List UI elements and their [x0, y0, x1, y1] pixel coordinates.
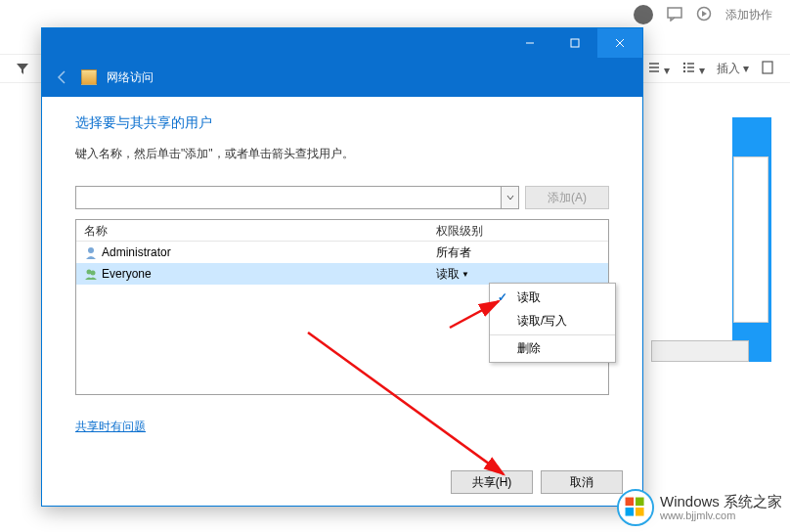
chevron-down-icon: ▼ [461, 270, 469, 279]
menu-item-read-write[interactable]: 读取/写入 [490, 309, 615, 332]
maximize-button[interactable] [552, 28, 597, 58]
filter-icon[interactable] [16, 62, 29, 75]
row-permission: 所有者 [436, 244, 471, 261]
watermark: Windows 系统之家 www.bjjmlv.com [617, 489, 782, 526]
user-icon [84, 245, 98, 259]
svg-rect-0 [668, 8, 681, 18]
network-access-dialog: 网络访问 选择要与其共享的用户 键入名称，然后单击"添加"，或者单击箭头查找用户… [41, 27, 643, 507]
menu-item-label: 删除 [517, 340, 541, 357]
svg-point-7 [88, 247, 94, 253]
svg-point-2 [683, 62, 685, 64]
window-controls [507, 28, 642, 58]
dialog-title: 网络访问 [107, 69, 154, 86]
menu-item-delete[interactable]: 删除 [490, 334, 615, 360]
svg-point-9 [91, 271, 96, 276]
menu-item-read[interactable]: ✓ 读取 [490, 286, 615, 309]
user-input-row: 添加(A) [75, 186, 609, 209]
group-icon [84, 267, 98, 281]
permission-context-menu: ✓ 读取 读取/写入 删除 [489, 283, 616, 363]
list-row[interactable]: Everyone 读取 ▼ [76, 263, 608, 285]
windows-logo-icon [617, 489, 654, 526]
dialog-footer: 共享(H) 取消 [42, 459, 642, 506]
list-icon[interactable]: ▾ [681, 61, 704, 77]
svg-rect-13 [626, 508, 635, 516]
add-button: 添加(A) [525, 186, 609, 209]
menu-item-label: 读取 [517, 289, 541, 306]
background-panel-inner [733, 156, 768, 323]
page-heading: 选择要与其共享的用户 [75, 114, 609, 132]
help-link[interactable]: 共享时有问题 [75, 419, 146, 435]
row-name: Everyone [102, 267, 152, 281]
folder-user-icon [81, 69, 97, 85]
background-top-toolbar: 添加协作 [0, 0, 790, 29]
user-combobox[interactable] [75, 186, 519, 209]
close-button[interactable] [597, 28, 642, 58]
background-button [651, 340, 749, 362]
add-collab-label[interactable]: 添加协作 [725, 7, 772, 23]
svg-rect-5 [763, 62, 772, 73]
svg-point-3 [683, 66, 685, 67]
insert-menu[interactable]: 插入 ▾ [717, 61, 749, 77]
chat-icon [667, 6, 682, 24]
back-arrow-icon[interactable] [54, 68, 71, 86]
user-input[interactable] [76, 187, 501, 208]
svg-rect-14 [636, 508, 644, 516]
row-name: Administrator [102, 245, 171, 259]
cancel-button[interactable]: 取消 [541, 470, 623, 494]
permission-dropdown[interactable]: 读取 ▼ [436, 266, 469, 283]
svg-rect-6 [571, 39, 579, 47]
titlebar [42, 28, 642, 58]
user-list: 名称 权限级别 Administrator 所有者 Everyone 读取 [75, 219, 609, 395]
row-permission: 读取 [436, 266, 460, 283]
doc-icon[interactable] [761, 61, 774, 77]
list-header: 名称 权限级别 [76, 220, 608, 242]
avatar-icon [634, 5, 653, 24]
watermark-url: www.bjjmlv.com [660, 510, 782, 521]
column-name[interactable]: 名称 [76, 220, 428, 241]
watermark-title: Windows 系统之家 [660, 494, 782, 510]
check-icon: ✓ [498, 290, 507, 304]
svg-point-4 [683, 69, 685, 71]
svg-rect-11 [626, 498, 635, 507]
column-permission[interactable]: 权限级别 [428, 220, 608, 241]
line-spacing-icon[interactable]: ▾ [647, 61, 670, 77]
menu-item-label: 读取/写入 [517, 313, 567, 330]
page-description: 键入名称，然后单击"添加"，或者单击箭头查找用户。 [75, 146, 609, 162]
share-button[interactable]: 共享(H) [451, 470, 533, 494]
dialog-content: 选择要与其共享的用户 键入名称，然后单击"添加"，或者单击箭头查找用户。 添加(… [42, 97, 642, 459]
list-row[interactable]: Administrator 所有者 [76, 242, 608, 263]
play-icon [696, 6, 712, 24]
combobox-dropdown-button[interactable] [501, 187, 518, 208]
dialog-header: 网络访问 [42, 58, 642, 97]
svg-rect-12 [636, 498, 644, 507]
minimize-button[interactable] [507, 28, 552, 58]
